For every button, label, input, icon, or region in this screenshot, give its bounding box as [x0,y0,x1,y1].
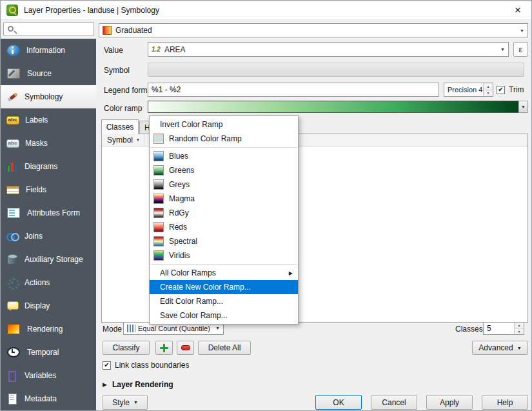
symbol-selector[interactable] [148,63,524,77]
sidebar-item-label: Attributes Form [27,208,80,217]
spin-up-icon[interactable]: ▲ [515,322,524,328]
auxiliary-storage-icon [6,253,19,266]
spin-down-icon[interactable]: ▼ [515,328,524,334]
link-class-boundaries-label: Link class boundaries [115,361,189,370]
layer-properties-window: Layer Properties - landuse | Symbology ×… [0,0,532,411]
symbology-icon [6,90,19,103]
apply-button[interactable]: Apply [426,395,473,410]
trim-checkbox-row[interactable]: ✔ Trim [497,85,524,94]
sidebar-item-masks[interactable]: abc Masks [1,132,96,155]
symbol-column-header[interactable]: Symbol ▼ [102,134,144,146]
spin-up-icon[interactable]: ▲ [484,83,493,90]
value-field-combo[interactable]: 1.2 AREA ▼ [148,42,509,57]
menu-item-label: Create New Color Ramp... [160,283,251,292]
renderer-type-value: Graduated [115,26,152,35]
sidebar-item-information[interactable]: Information [1,39,96,62]
graduated-renderer-icon [103,26,112,35]
magma-ramp-swatch-icon [153,194,164,204]
add-class-button[interactable] [155,341,173,355]
menu-item-create-new-color-ramp[interactable]: Create New Color Ramp... [150,280,298,294]
color-ramp-dropdown-button[interactable]: ▼ [518,101,528,113]
sidebar-item-label: Source [27,69,52,78]
menu-item-magma[interactable]: Magma [150,192,298,206]
color-ramp-preview[interactable] [148,101,518,113]
attributes-form-icon [7,208,20,218]
minus-icon [181,345,190,350]
title-bar: Layer Properties - landuse | Symbology × [1,1,531,20]
menu-item-viridis[interactable]: Viridis [150,248,298,263]
delete-all-button[interactable]: Delete All [198,341,251,355]
classes-spin-buttons[interactable]: ▲ ▼ [514,322,524,334]
spin-down-icon[interactable]: ▼ [484,90,493,97]
menu-item-edit-color-ramp[interactable]: Edit Color Ramp... [150,294,298,308]
menu-item-invert-color-ramp[interactable]: Invert Color Ramp [150,117,298,132]
style-button[interactable]: Style ▼ [103,395,148,410]
precision-spin-buttons[interactable]: ▲ ▼ [483,83,493,96]
tab-classes[interactable]: Classes [101,119,139,134]
menu-separator [151,147,297,148]
sidebar-item-symbology[interactable]: Symbology [1,85,96,108]
menu-item-label: All Color Ramps [160,268,216,277]
menu-item-greys[interactable]: Greys [150,177,298,192]
sidebar-item-fields[interactable]: Fields [1,178,96,201]
menu-item-label: Edit Color Ramp... [160,297,223,306]
color-ramp-label: Color ramp [104,104,142,113]
menu-item-label: Viridis [169,251,190,260]
tab-label: Classes [106,123,134,132]
sidebar-item-auxiliary-storage[interactable]: Auxiliary Storage [1,248,96,271]
menu-item-reds[interactable]: Reds [150,220,298,234]
cancel-button[interactable]: Cancel [371,395,417,410]
link-class-boundaries-row[interactable]: ✔ Link class boundaries [103,361,189,370]
sidebar-item-joins[interactable]: Joins [1,225,96,248]
menu-item-spectral[interactable]: Spectral [150,234,298,248]
temporal-clock-icon [7,347,20,357]
sidebar-item-display[interactable]: Display [1,294,96,317]
menu-item-random-color-ramp[interactable]: Random Color Ramp [150,132,298,146]
trim-checkbox[interactable]: ✔ [497,86,505,94]
sidebar-item-variables[interactable]: Variables [1,364,96,387]
remove-class-button[interactable] [177,341,194,355]
sidebar-item-temporal[interactable]: Temporal [1,341,96,364]
classes-spinbox[interactable]: 5 ▲ ▼ [483,321,524,335]
close-button[interactable]: × [510,5,526,15]
link-class-boundaries-checkbox[interactable]: ✔ [103,361,111,370]
menu-item-greens[interactable]: Greens [150,163,298,177]
sidebar-item-label: Temporal [27,348,59,357]
menu-item-rdgy[interactable]: RdGy [150,206,298,220]
sidebar-item-actions[interactable]: Actions [1,271,96,294]
layer-rendering-expander[interactable]: ▶ Layer Rendering [103,380,173,389]
renderer-type-combo[interactable]: Graduated ▼ [99,23,528,37]
display-icon [6,299,19,312]
sidebar-item-metadata[interactable]: Metadata [1,387,96,410]
menu-item-all-color-ramps[interactable]: All Color Ramps ▶ [150,266,298,280]
masks-icon: abc [6,139,19,148]
sidebar-item-label: Variables [25,371,56,380]
chevron-down-icon: ▼ [133,400,138,405]
value-field-name: AREA [164,45,186,54]
menu-item-label: Greens [169,166,194,175]
classify-button[interactable]: Classify [103,341,150,355]
expression-builder-button[interactable]: ε [513,42,528,57]
help-button[interactable]: Help [482,395,528,410]
plus-icon [160,344,168,352]
sidebar-item-source[interactable]: Source [1,62,96,85]
sidebar-item-rendering[interactable]: Rendering [1,317,96,341]
menu-item-label: Blues [169,152,188,161]
spectral-ramp-swatch-icon [153,236,164,246]
search-input[interactable] [18,23,93,35]
blues-ramp-swatch-icon [153,151,164,161]
advanced-button[interactable]: Advanced ▼ [472,341,528,355]
sidebar-item-labels[interactable]: abc Labels [1,108,96,132]
sidebar-item-diagrams[interactable]: Diagrams [1,155,96,178]
menu-item-save-color-ramp[interactable]: Save Color Ramp... [150,308,298,323]
submenu-arrow-icon: ▶ [289,270,293,276]
legend-format-input[interactable] [152,85,435,94]
precision-spinbox[interactable]: Precision 4 ▲ ▼ [444,83,493,97]
greys-ramp-swatch-icon [153,179,164,190]
menu-item-label: Spectral [169,237,197,246]
ok-button[interactable]: OK [315,395,362,410]
sidebar-item-attributes-form[interactable]: Attributes Form [1,201,96,225]
sidebar-item-label: Fields [26,185,46,194]
sidebar-item-label: Masks [25,139,48,148]
menu-item-blues[interactable]: Blues [150,149,298,163]
